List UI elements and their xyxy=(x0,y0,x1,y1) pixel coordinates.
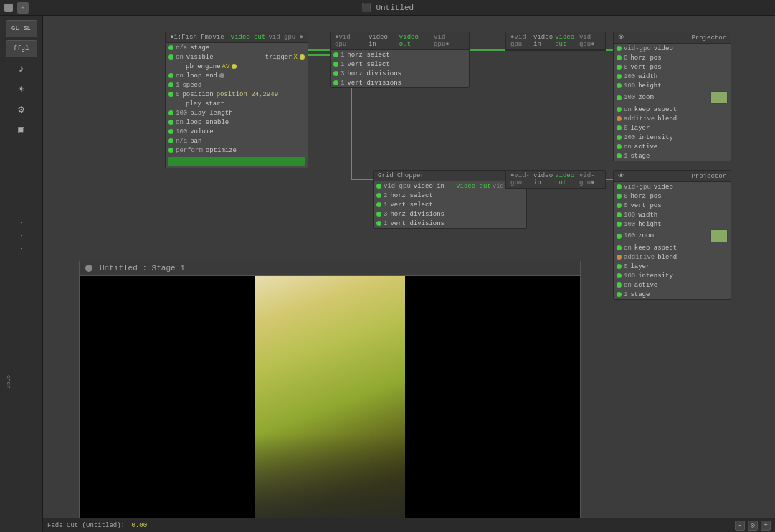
gc-row-horz: 2 horz select xyxy=(374,191,526,200)
ffgl-label: ffgl xyxy=(14,45,29,52)
projector1-title: Projector xyxy=(691,34,726,42)
glsl-button[interactable]: GL SL xyxy=(6,20,37,37)
stage-titlebar: Untitled : Stage 1 xyxy=(80,260,580,276)
proj1-row-stage: 1 stage xyxy=(614,151,731,161)
proj2-row-intensity: 100 intensity xyxy=(614,271,731,280)
movie-row-position: 0 position position 24,2949 xyxy=(166,90,308,99)
movie-node-title: ●1:Fish_F xyxy=(170,34,205,41)
main-canvas: ●1:Fish_F movie video out vid-gpu ● n/a … xyxy=(43,16,775,532)
proj1-row-width: 100 width xyxy=(614,72,731,81)
movie-row-visible: on visible trigger X xyxy=(166,52,308,62)
vidgpu2-node: ●vid-gpu video in video out vid-gpu● xyxy=(505,32,606,51)
movie-row-volume: 100 volume xyxy=(166,127,308,136)
gc-row-vert: 1 vert select xyxy=(374,200,526,209)
projector1-header: 👁 Projector xyxy=(614,32,731,44)
stage-right-black xyxy=(405,276,580,532)
stage-content xyxy=(80,276,580,532)
bottom-bar: Fade Out (Untitled): 0.00 - ⊙ + xyxy=(43,518,775,532)
vidgpu3-node: ●vid-gpu video in video out vid-gpu● xyxy=(505,170,606,189)
proj1-row-video: vid-gpu video xyxy=(614,44,731,53)
proj2-row-width: 100 width xyxy=(614,210,731,219)
movie-row-optimize: perform optimize xyxy=(166,146,308,155)
bottom-right-controls: - ⊙ + xyxy=(735,521,771,531)
trigger-value: X xyxy=(294,54,298,61)
proj2-row-horzpos: 0 horz pos xyxy=(614,191,731,201)
proj2-row-keepaspect: on keep aspect xyxy=(614,243,731,252)
pbengine-label: pb engine xyxy=(186,63,221,70)
top-bar: ⊙ ⬛ Untitled xyxy=(0,0,775,16)
proj1-row-keepaspect: on keep aspect xyxy=(614,105,731,114)
vidgpu3-header: ●vid-gpu video in video out vid-gpu● xyxy=(506,171,605,189)
zoom-out-button[interactable]: - xyxy=(735,521,745,531)
gridchopper-title: Grid Chopper xyxy=(374,171,526,181)
stage-title: Untitled : Stage 1 xyxy=(100,264,185,272)
proj1-row-blend: additive blend xyxy=(614,114,731,123)
zoom-reset-button[interactable]: ⊙ xyxy=(748,521,758,531)
brightness-icon[interactable]: ☀ xyxy=(11,80,32,98)
vidgpu1-row-2: 1 vert select xyxy=(331,60,469,69)
movie-row-speed: 1 speed xyxy=(166,80,308,90)
movie-row-stage: n/a stage xyxy=(166,43,308,52)
proj2-row-height: 100 height xyxy=(614,219,731,229)
stage-close-button[interactable] xyxy=(85,265,92,272)
vidgpu1-row-4: 1 vert divisions xyxy=(331,78,469,87)
movie-row-loopend: on loop end xyxy=(166,71,308,80)
proj2-row-active: on active xyxy=(614,280,731,290)
proj1-row-height: 100 height xyxy=(614,81,731,90)
proj1-row-active: on active xyxy=(614,142,731,151)
movie-out-label: video out xyxy=(231,34,266,41)
port-pan-dot xyxy=(168,138,173,143)
proj2-row-zoom: 100 zoom xyxy=(614,229,731,243)
movie-row-loopenable: on loop enable xyxy=(166,118,308,127)
port-optimize-dot xyxy=(168,148,173,153)
port-visible-dot xyxy=(168,54,173,60)
movie-node-header: ●1:Fish_F movie video out vid-gpu ● xyxy=(166,32,308,43)
bottom-status: Fade Out (Untitled): 0.00 xyxy=(47,522,147,529)
close-button[interactable] xyxy=(4,4,13,12)
vidgpu1-row-1: 1 horz select xyxy=(331,50,469,60)
port-volume-dot xyxy=(168,129,173,134)
gc-row-vertdiv: 1 vert divisions xyxy=(374,219,526,228)
port-stage-dot xyxy=(168,45,173,50)
proj2-row-video: vid-gpu video xyxy=(614,182,731,191)
movie-row-playlength: 100 play length xyxy=(166,108,308,118)
proj1-thumbnail xyxy=(710,91,728,104)
left-sidebar: GL SL ffgl ♪ ☀ ⚙ ▣ ····· cher xyxy=(0,16,43,532)
proj2-row-stage: 1 stage xyxy=(614,290,731,299)
pbengine-value: AV xyxy=(222,63,230,70)
vidgpu2-header: ●vid-gpu video in video out vid-gpu● xyxy=(506,32,605,50)
app-title: ⬛ Untitled xyxy=(361,3,414,12)
port-loopend-out xyxy=(219,73,224,78)
display-icon[interactable]: ▣ xyxy=(11,120,32,138)
glsl-label: GL SL xyxy=(11,25,31,32)
gridchopper-node: Grid Chopper vid-gpu video in video out … xyxy=(373,170,527,229)
stage-video-preview xyxy=(255,276,405,532)
audio-icon[interactable]: ♪ xyxy=(11,60,32,77)
panel-dots: ····· xyxy=(11,227,32,244)
ffgl-button[interactable]: ffgl xyxy=(6,40,37,57)
proj2-row-layer: 0 layer xyxy=(614,262,731,271)
projector2-title: Projector xyxy=(691,173,726,180)
settings-icon[interactable]: ⚙ xyxy=(11,100,32,118)
bottom-value: 0.00 xyxy=(131,522,147,529)
movie-node: ●1:Fish_F movie video out vid-gpu ● n/a … xyxy=(165,32,308,168)
proj1-row-layer: 0 layer xyxy=(614,123,731,133)
movie-vidgpu-label: vid-gpu ● xyxy=(268,34,303,41)
proj1-row-zoom: 100 zoom xyxy=(614,90,731,105)
port-trigger-out xyxy=(300,54,305,60)
proj1-row-vertpos: 0 vert pos xyxy=(614,62,731,72)
record-icon[interactable]: ⊙ xyxy=(17,2,29,14)
vidgpu1-header: ●vid-gpu video in video out vid-gpu● xyxy=(331,32,469,50)
proj2-thumbnail xyxy=(710,229,728,242)
vidgpu1-row-3: 3 horz divisions xyxy=(331,69,469,78)
position-value: position 24,2949 xyxy=(217,91,278,98)
proj1-row-intensity: 100 intensity xyxy=(614,133,731,142)
proj1-row-horzpos: 0 horz pos xyxy=(614,53,731,62)
movie-progress-bar xyxy=(168,157,305,166)
trigger-label: trigger xyxy=(265,54,293,61)
port-position-dot xyxy=(168,92,173,97)
zoom-in-button[interactable]: + xyxy=(761,521,771,531)
proj2-row-vertpos: 0 vert pos xyxy=(614,201,731,210)
port-pbengine-out xyxy=(232,64,237,69)
movie-node-type: movie xyxy=(205,34,224,41)
